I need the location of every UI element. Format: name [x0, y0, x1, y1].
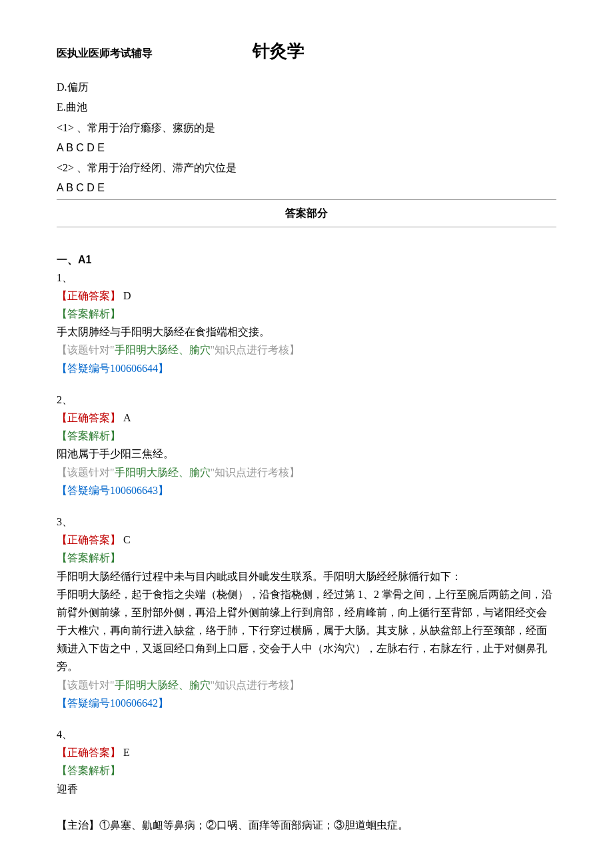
qid-number[interactable]: 100606642: [110, 697, 158, 709]
topic-suffix: "知识点进行考核】: [211, 679, 301, 691]
analysis-body-line: [57, 798, 556, 816]
qid-close[interactable]: 】: [158, 485, 169, 496]
subq-2: <2> 、常用于治疗经闭、滞产的穴位是: [57, 159, 556, 177]
correct-answer-value: D: [121, 290, 131, 301]
answer-block: 2、【正确答案】 A【答案解析】阳池属于手少阳三焦经。【该题针对"手阳明大肠经、…: [57, 391, 556, 499]
correct-answer-label: 【正确答案】: [57, 747, 121, 758]
analysis-label: 【答案解析】: [57, 427, 556, 445]
correct-answer-label: 【正确答案】: [57, 412, 121, 423]
subq-1-options: A B C D E: [57, 139, 556, 157]
answer-number: 2、: [57, 391, 556, 409]
topic-suffix: "知识点进行考核】: [211, 344, 301, 355]
subq-2-options: A B C D E: [57, 179, 556, 197]
qid-number[interactable]: 100606643: [110, 485, 158, 496]
analysis-body-line: 手阳明大肠经循行过程中未与目内眦或目外眦发生联系。手阳明大肠经经脉循行如下：: [57, 567, 556, 585]
answer-block: 1、【正确答案】 D【答案解析】手太阴肺经与手阳明大肠经在食指端相交接。【该题针…: [57, 269, 556, 377]
question-intro: D.偏历 E.曲池 <1> 、常用于治疗瘾疹、瘰疬的是 A B C D E <2…: [57, 78, 556, 197]
qid-label[interactable]: 【答疑编号: [57, 485, 110, 496]
topic-hint-line: 【该题针对"手阳明大肠经、腧穴"知识点进行考核】: [57, 676, 556, 694]
qid-line: 【答疑编号100606644】: [57, 359, 556, 377]
header-title: 针灸学: [253, 37, 305, 66]
correct-answer-line: 【正确答案】 D: [57, 287, 556, 305]
answer-number: 1、: [57, 269, 556, 287]
qid-label[interactable]: 【答疑编号: [57, 363, 110, 374]
analysis-body-line: 阳池属于手少阳三焦经。: [57, 445, 556, 463]
correct-answer-label: 【正确答案】: [57, 534, 121, 545]
correct-answer-value: E: [121, 747, 130, 758]
topic-prefix: 【该题针对": [57, 467, 115, 478]
option-e: E.曲池: [57, 98, 556, 116]
topic-link[interactable]: 手阳明大肠经、腧穴: [115, 679, 211, 691]
qid-line: 【答疑编号100606643】: [57, 481, 556, 499]
correct-answer-line: 【正确答案】 A: [57, 409, 556, 427]
qid-close[interactable]: 】: [158, 363, 169, 374]
section-head-a1: 一、A1: [57, 251, 556, 269]
option-d: D.偏历: [57, 78, 556, 96]
divider: [57, 227, 556, 227]
topic-prefix: 【该题针对": [57, 344, 115, 355]
answer-block: 3、【正确答案】 C【答案解析】手阳明大肠经循行过程中未与目内眦或目外眦发生联系…: [57, 513, 556, 712]
analysis-body-line: 迎香: [57, 780, 556, 798]
topic-hint-line: 【该题针对"手阳明大肠经、腧穴"知识点进行考核】: [57, 463, 556, 481]
answers-section-title: 答案部分: [57, 204, 556, 222]
correct-answer-value: A: [121, 412, 131, 423]
correct-answer-line: 【正确答案】 E: [57, 743, 556, 761]
qid-number[interactable]: 100606644: [110, 363, 158, 374]
divider: [57, 199, 556, 200]
analysis-label: 【答案解析】: [57, 761, 556, 779]
answer-number: 4、: [57, 725, 556, 743]
answer-number: 3、: [57, 513, 556, 531]
topic-link[interactable]: 手阳明大肠经、腧穴: [115, 344, 211, 355]
correct-answer-line: 【正确答案】 C: [57, 531, 556, 549]
correct-answer-value: C: [121, 534, 131, 545]
subq-1: <1> 、常用于治疗瘾疹、瘰疬的是: [57, 119, 556, 137]
qid-close[interactable]: 】: [158, 697, 169, 709]
qid-line: 【答疑编号100606642】: [57, 694, 556, 712]
analysis-label: 【答案解析】: [57, 305, 556, 323]
topic-prefix: 【该题针对": [57, 679, 115, 691]
analysis-body-line: 【主治】①鼻塞、鼽衄等鼻病；②口㖞、面痒等面部病证；③胆道蛔虫症。: [57, 816, 556, 834]
topic-hint-line: 【该题针对"手阳明大肠经、腧穴"知识点进行考核】: [57, 341, 556, 359]
page-header: 医执业医师考试辅导 针灸学: [57, 37, 556, 66]
analysis-body-line: 手太阴肺经与手阳明大肠经在食指端相交接。: [57, 323, 556, 341]
correct-answer-label: 【正确答案】: [57, 290, 121, 301]
qid-label[interactable]: 【答疑编号: [57, 697, 110, 709]
header-left: 医执业医师考试辅导: [57, 44, 153, 62]
topic-link[interactable]: 手阳明大肠经、腧穴: [115, 467, 211, 478]
analysis-label: 【答案解析】: [57, 549, 556, 567]
answer-block: 4、【正确答案】 E【答案解析】迎香 【主治】①鼻塞、鼽衄等鼻病；②口㖞、面痒等…: [57, 725, 556, 834]
analysis-body-line: 手阳明大肠经，起于食指之尖端（桡侧），沿食指桡侧，经过第 1、2 掌骨之间，上行…: [57, 585, 556, 676]
topic-suffix: "知识点进行考核】: [211, 467, 301, 478]
